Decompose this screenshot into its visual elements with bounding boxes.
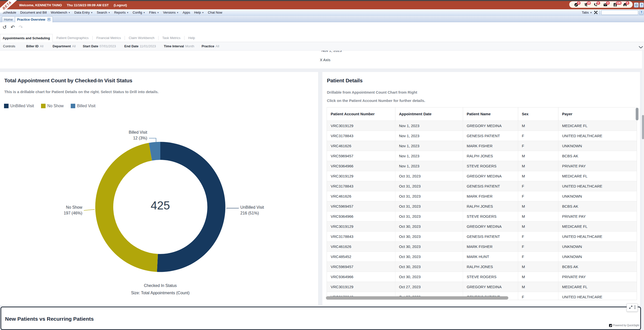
- filter-time-interval[interactable]: Time IntervalMonth: [164, 42, 194, 50]
- account-number-cell[interactable]: VRC3019129: [327, 221, 395, 231]
- close-tab-icon[interactable]: ✕: [47, 18, 51, 21]
- account-number-cell[interactable]: VRC5969457: [327, 201, 395, 211]
- callout-connector: [84, 209, 95, 210]
- app-window: Welcome, KENNETH TAINO Thu 11/16/23 09:0…: [0, 0, 644, 330]
- table-cell: MARK HUNT: [463, 251, 518, 262]
- dashboard-tab-active[interactable]: Appointments and Scheduling: [0, 34, 53, 42]
- mail-icon[interactable]: 0: [603, 2, 608, 7]
- menu-item-help[interactable]: Help▼: [194, 11, 204, 14]
- dashboard-tab[interactable]: Financial Metrics: [93, 36, 125, 40]
- menu-item-apps[interactable]: Apps: [183, 11, 190, 14]
- redo-icon[interactable]: ↷: [19, 24, 23, 30]
- account-number-cell[interactable]: VRC3019129: [327, 171, 395, 181]
- x-axis-label: X Axis: [320, 58, 330, 62]
- table-cell: BCBS AK: [558, 151, 637, 161]
- panel-gap: [318, 72, 322, 305]
- menubar-help-icon[interactable]: ?: [639, 10, 643, 15]
- table-cell: M: [518, 121, 558, 131]
- table-horizontal-scrollbar[interactable]: [326, 296, 508, 300]
- dashboard-tabs: Appointments and SchedulingPatient Demog…: [0, 34, 644, 42]
- close-all-tabs-icon[interactable]: [594, 11, 598, 15]
- account-number-cell[interactable]: VRC3178843: [327, 131, 395, 141]
- menu-item-search[interactable]: Search▼: [97, 11, 110, 14]
- table-vertical-scrollbar[interactable]: [636, 108, 638, 120]
- phone-missed-icon[interactable]: 0: [594, 2, 599, 7]
- table-cell: UNKNOWN: [558, 241, 637, 251]
- table-row: VRC3178843Nov 1, 2023GENESIS PATIENTFUNI…: [327, 131, 637, 141]
- account-number-cell[interactable]: VRC461626: [327, 241, 395, 251]
- donut-callout-no-show: No Show197 (46%): [64, 204, 82, 216]
- page-scrollbar[interactable]: [642, 51, 644, 330]
- topbar-help-icon[interactable]: ?: [639, 3, 644, 8]
- menu-item-document-and-bill[interactable]: Document and Bill: [20, 11, 47, 14]
- dashboard-tab[interactable]: Patient Demographics: [53, 36, 92, 40]
- menu-item-files[interactable]: Files▼: [149, 11, 159, 14]
- table-cell: GENESIS PATIENT: [463, 131, 518, 141]
- account-number-cell[interactable]: VRC9364966: [327, 161, 395, 171]
- table-cell: GREGORY MEDINA: [463, 171, 518, 181]
- account-number-cell[interactable]: VRC9364966: [327, 211, 395, 221]
- search-input[interactable]: [601, 10, 638, 15]
- gear-icon[interactable]: ⚙: [634, 3, 639, 8]
- filter-department[interactable]: DepartmentAll: [53, 42, 76, 50]
- menu-item-data-entry[interactable]: Data Entry▼: [74, 11, 93, 14]
- table-cell: MEDICARE FL: [558, 121, 637, 131]
- table-header-row: Patient Account NumberAppointment DatePa…: [327, 107, 637, 121]
- callout-connector: [149, 138, 156, 143]
- contact-icon[interactable]: 136: [613, 2, 618, 7]
- table-cell: Nov 1, 2023: [395, 121, 463, 131]
- table-cell: Nov 1, 2023: [395, 151, 463, 161]
- table-cell: F: [518, 251, 558, 262]
- filter-start-date[interactable]: Start Date07/01/2023: [83, 42, 116, 50]
- tab-practice-overview[interactable]: Practice Overview✕: [15, 16, 53, 22]
- menu-item-versions[interactable]: Versions▼: [163, 11, 179, 14]
- menu-item-chat-now[interactable]: Chat Now: [208, 11, 222, 14]
- menu-item-reports[interactable]: Reports▼: [114, 11, 129, 14]
- expand-icon[interactable]: [629, 305, 633, 310]
- dashboard-tab[interactable]: Task Metrics: [159, 36, 184, 40]
- controls-collapse-icon[interactable]: [639, 45, 643, 50]
- account-number-cell[interactable]: VRC5969457: [327, 262, 395, 272]
- filter-end-date[interactable]: End Date11/01/2023: [124, 42, 156, 50]
- table-row: VRC9364966Oct 30, 2023STEVE ROGERSMPRIVA…: [327, 272, 637, 282]
- filter-biller-id[interactable]: Biller IDAll: [26, 42, 44, 50]
- menu-item-config[interactable]: Config▼: [133, 11, 145, 14]
- kebab-menu-icon[interactable]: [634, 305, 635, 310]
- table-row: VRC9364966Nov 1, 2023STEVE ROGERSMPRIVAT…: [327, 161, 637, 171]
- filter-practice[interactable]: PracticeAll: [202, 42, 219, 50]
- table-cell: Oct 31, 2023: [395, 181, 463, 191]
- account-number-cell[interactable]: VRC461626: [327, 141, 395, 151]
- tab-home[interactable]: Home: [2, 16, 15, 22]
- logout-link[interactable]: (Logout): [114, 3, 127, 7]
- badge-count: 136: [616, 1, 622, 5]
- undo-icon[interactable]: ↶: [11, 24, 15, 30]
- menu-item-workbench[interactable]: Workbench▼: [51, 11, 70, 14]
- table-cell: F: [518, 181, 558, 191]
- account-number-cell[interactable]: VRC3019129: [327, 282, 395, 292]
- check-circle-icon[interactable]: 0: [574, 2, 579, 7]
- account-number-cell[interactable]: VRC3019129: [327, 121, 395, 131]
- fax-icon[interactable]: 5: [623, 2, 628, 7]
- account-number-cell[interactable]: VRC3178843: [327, 181, 395, 191]
- bell-slash-icon[interactable]: 10: [584, 2, 589, 7]
- dashboard-tab[interactable]: Help: [184, 36, 199, 40]
- donut-axis-caption: Checked In Status: [144, 283, 177, 288]
- dashboard-tab[interactable]: Claim Workbench: [125, 36, 158, 40]
- account-number-cell[interactable]: VRC5969457: [327, 151, 395, 161]
- reset-icon[interactable]: ↺: [3, 24, 7, 30]
- quicksight-logo: [609, 324, 612, 327]
- table-cell: GREGORY MEDINA: [463, 221, 518, 231]
- column-header: Sex: [518, 107, 558, 121]
- tabs-dropdown[interactable]: Tabs▼: [582, 9, 592, 16]
- table-cell: Oct 31, 2023: [395, 171, 463, 181]
- account-number-cell[interactable]: VRC461626: [327, 191, 395, 201]
- axis-tick-label: Nov 1, 2023: [321, 51, 342, 53]
- table-cell: MEDICARE FL: [558, 221, 637, 231]
- account-number-cell[interactable]: VRC485452: [327, 251, 395, 262]
- table-cell: GENESIS PATIENT: [463, 231, 518, 241]
- account-number-cell[interactable]: VRC3178843: [327, 231, 395, 241]
- badge-count: 0: [596, 1, 600, 5]
- table-cell: MARK FISHER: [463, 241, 518, 251]
- account-number-cell[interactable]: VRC9364966: [327, 272, 395, 282]
- welcome-text: Welcome, KENNETH TAINO: [19, 3, 62, 7]
